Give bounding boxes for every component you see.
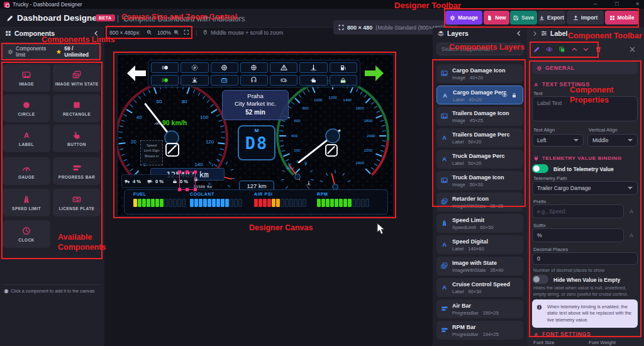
layer-item-truck-damage-icon[interactable]: Truck Damage Icon Image50×30: [436, 171, 523, 190]
nav-city: Praha: [223, 92, 288, 99]
close-properties-button[interactable]: [629, 46, 636, 53]
component-card-clock[interactable]: CLOCK: [3, 220, 50, 248]
suffix-style-icon[interactable]: A: [630, 232, 633, 238]
mobile-button[interactable]: Mobile: [605, 11, 638, 25]
indicator-high-beam: [151, 62, 179, 73]
svg-text:60: 60: [156, 99, 162, 104]
text-value-input[interactable]: Label Text: [532, 96, 638, 121]
layer-item-cargo-damage-icon[interactable]: Cargo Damage Icon Image40×20: [436, 64, 523, 83]
gear-mode: M: [239, 128, 274, 133]
component-card-button[interactable]: BUTTON: [53, 125, 101, 152]
trailer-damage: 0 %: [155, 179, 164, 184]
delete-button[interactable]: [595, 46, 602, 53]
zoom-in-button[interactable]: [174, 30, 179, 35]
layer-item-cargo-damage-perc[interactable]: A Cargo Damage Perc Label40×20: [436, 86, 523, 104]
license-plate-icon: [72, 195, 81, 204]
beacon-icon: [191, 77, 198, 84]
close-button[interactable]: ×: [636, 1, 639, 7]
svg-text:20: 20: [131, 139, 136, 145]
fit-view-button[interactable]: [184, 30, 189, 35]
collapse-panel-button[interactable]: [93, 30, 99, 36]
section-general[interactable]: GENERAL: [532, 62, 638, 74]
layer-item-truck-damage-perc[interactable]: A Truck Damage Perc Label50×20: [436, 150, 523, 169]
suffix-input[interactable]: %: [532, 228, 624, 242]
lock-icon[interactable]: [511, 92, 517, 98]
layer-item-speed-digital[interactable]: A Speed Digital Label140×60: [436, 235, 523, 254]
component-card-image[interactable]: IMAGE: [3, 64, 50, 92]
indicator-beacon: [180, 75, 208, 86]
component-card-circle[interactable]: CIRCLE: [3, 94, 50, 122]
text-align-select[interactable]: Left: [532, 134, 584, 147]
expand-icon[interactable]: [532, 31, 538, 36]
hide-empty-label: Hide When Value is Empty: [553, 277, 620, 283]
vertical-align-select[interactable]: Middle: [587, 134, 638, 147]
svg-text:A: A: [24, 131, 30, 140]
font-icon: A: [533, 332, 539, 337]
duplicate-button[interactable]: [558, 46, 565, 53]
component-card-gauge[interactable]: GAUGE: [3, 157, 50, 185]
layer-item-image-with-state[interactable]: Image with State ImageWithState35×40: [436, 257, 523, 276]
export-button[interactable]: Export: [538, 11, 565, 25]
component-card-rectangle[interactable]: RECTANGLE: [53, 94, 101, 122]
component-card-label[interactable]: ALABEL: [3, 125, 50, 152]
chevron-up-icon: [631, 330, 636, 335]
layer-item-retarder-icon[interactable]: Retarder Icon ImageWithState35×25: [436, 193, 523, 211]
maximize-button[interactable]: □: [615, 1, 618, 7]
titlebar: Trucky - Dashboard Designer – □ ×: [0, 0, 644, 9]
edit-component-button[interactable]: [533, 46, 540, 53]
properties-header: Label: [527, 28, 644, 39]
progressbar-type-icon: [441, 326, 448, 333]
svg-text:1600: 1600: [355, 106, 364, 110]
new-icon: [487, 15, 492, 21]
svg-text:A: A: [442, 242, 447, 248]
layer-item-cruise-control-speed[interactable]: A Cruise Control Speed Label90×30: [436, 278, 523, 297]
manage-button[interactable]: Manage: [445, 11, 482, 25]
import-button[interactable]: Import: [567, 11, 604, 25]
section-text-settings[interactable]: A TEXT SETTINGS: [532, 78, 638, 91]
layer-item-rpm-bar[interactable]: RPM Bar ProgressBar194×25: [436, 321, 523, 340]
app-icon: [4, 2, 9, 8]
decimals-help: Number of decimal places to show: [533, 267, 604, 274]
selection-overlay[interactable]: [179, 172, 196, 190]
new-button[interactable]: New: [484, 11, 509, 25]
designer-canvas[interactable]: 020406080100120140 020040060080010001200…: [117, 54, 394, 216]
layers-search-input[interactable]: [436, 43, 523, 55]
bind-telemetry-toggle[interactable]: [532, 164, 548, 173]
import-icon: [573, 15, 579, 21]
navigation-box: Praha City Market Inc. 52 min: [222, 90, 289, 120]
section-telemetry[interactable]: TELEMETRY VALUE BINDING: [532, 152, 638, 164]
layers-panel: Layers Cargo Damage Icon Image40×20A Car…: [433, 28, 527, 346]
collapse-layers-button[interactable]: [516, 30, 522, 36]
zoom-out-button[interactable]: [147, 30, 152, 35]
layer-item-air-bar[interactable]: Air Bar ProgressBar150×25: [436, 299, 523, 318]
component-card-progress-bar[interactable]: PROGRESS BAR: [53, 157, 101, 185]
minimize-button[interactable]: –: [594, 1, 597, 7]
move-up-button[interactable]: [571, 46, 578, 53]
eye-icon[interactable]: [502, 92, 508, 98]
text-field-label: Text: [533, 91, 543, 96]
prefix-input[interactable]: e.g., Speed:: [532, 204, 624, 218]
decimals-label: Decimal Places: [533, 247, 568, 252]
prefix-style-icon[interactable]: A: [630, 208, 633, 215]
hide-empty-toggle[interactable]: [532, 275, 548, 284]
move-down-button[interactable]: [582, 46, 589, 53]
retarder-wheel-icon: [221, 64, 228, 71]
layer-item-speed-limit[interactable]: Speed Limit SpeedLimit60×50: [436, 214, 523, 233]
components-icon: [5, 30, 11, 36]
layer-item-trailers-damage-perc[interactable]: A Trailers Damage Perc Label50×20: [436, 128, 523, 147]
telemetry-path-select[interactable]: Trailer Cargo Damage: [532, 181, 638, 195]
sidebar-divider: [3, 284, 101, 285]
section-font-settings[interactable]: A FONT SETTINGS: [532, 328, 638, 340]
decimals-input[interactable]: 0: [532, 252, 638, 265]
svg-text:40: 40: [136, 114, 142, 120]
component-card-image-with-state[interactable]: IMAGE WITH STATE: [53, 64, 101, 92]
visibility-button[interactable]: [546, 46, 553, 53]
component-card-license-plate[interactable]: LICENSE PLATE: [53, 189, 101, 216]
annotation-designer-canvas: Designer Canvas: [249, 223, 313, 233]
parking-brake-icon: P: [191, 64, 198, 71]
component-card-speed-limit[interactable]: SPEED LIMIT: [3, 189, 50, 216]
save-button[interactable]: Save: [510, 11, 537, 25]
header: Dashboard Designer BETA | Complete Dashb…: [0, 9, 644, 28]
label-type-icon: A: [441, 92, 448, 99]
layer-item-trailers-damage-icon[interactable]: Trailers Damage Icon Image45×25: [436, 107, 523, 126]
